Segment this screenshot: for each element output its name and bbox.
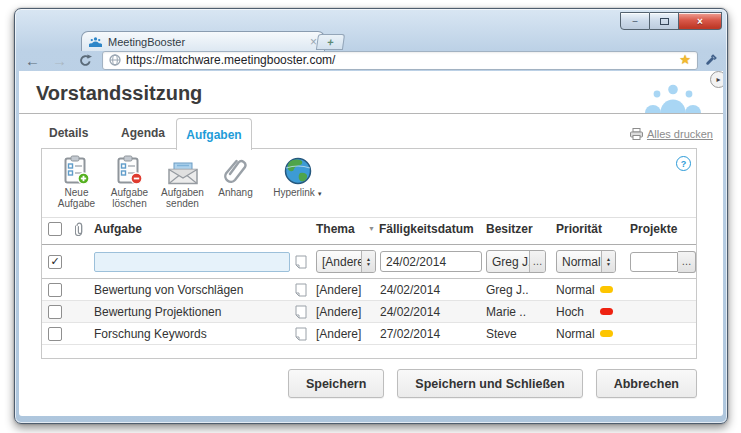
note-icon[interactable] [290,305,312,319]
tasks-toolbar: Neue Aufgabe [42,149,696,218]
table-row[interactable]: Forschung Keywords [Andere] 27/02/2014 S… [42,323,696,345]
back-button[interactable]: ← [19,53,46,68]
owner-ellipsis-icon[interactable]: … [529,251,545,272]
delete-task-label: Aufgabe löschen [103,187,156,209]
task-cell: Bewertung Projektionen [90,305,290,319]
globe-icon [109,54,121,66]
due-date-input[interactable]: 24/02/2014 [380,251,482,272]
table-header: Aufgabe Thema ▼ Fälligkeitsdatum Besitze… [42,213,696,245]
header-projekte[interactable]: Projekte [626,222,696,236]
topic-cell: [Andere] [312,283,376,297]
reload-button[interactable] [73,54,98,67]
table-row[interactable]: Bewertung Projektionen [Andere] 24/02/20… [42,301,696,323]
new-task-icon [63,154,90,185]
hyperlink-label: Hyperlink▼ [273,187,323,200]
tab-aufgaben[interactable]: Aufgaben [176,118,252,150]
reload-icon [79,54,92,67]
bookmark-star-icon[interactable]: ★ [679,52,691,67]
maximize-icon [660,18,669,25]
priority-cell: Hoch [556,305,600,319]
maximize-button[interactable] [650,12,679,30]
table-row-edit: ✓ [Andere] ▲▼ [42,245,696,279]
task-cell: Forschung Keywords [90,327,290,341]
header-thema[interactable]: Thema [312,222,376,236]
header-besitzer[interactable]: Besitzer [482,222,552,236]
row-checkbox[interactable] [48,283,62,297]
task-input[interactable] [94,252,290,272]
priority-cell: Normal [556,327,600,341]
browser-toolbar: ← → https://matchware.meetingbooster.com… [19,49,723,71]
priority-select[interactable]: Normal ▲▼ [556,250,616,273]
send-tasks-button[interactable]: Aufgaben senden [156,154,209,209]
printer-icon [630,128,643,140]
new-task-label: Neue Aufgabe [50,187,103,209]
page-corner-button[interactable]: ▸ [710,71,723,88]
hyperlink-dropdown-icon: ▼ [317,191,323,197]
note-icon[interactable] [290,327,312,341]
header-faelligkeitsdatum[interactable]: ▼ Fälligkeitsdatum [376,222,482,236]
note-icon[interactable] [290,255,312,269]
header-divider [19,113,723,114]
header-prioritaet[interactable]: Priorität [552,222,626,236]
priority-pill [600,308,613,315]
url-text: https://matchware.meetingbooster.com/ [126,53,335,67]
table-row[interactable]: Bewertung von Vorschlägen [Andere] 24/02… [42,279,696,301]
row-checkbox[interactable] [48,305,62,319]
browser-tab[interactable]: MeetingBooster × [81,31,325,51]
save-close-button[interactable]: Speichern und Schließen [397,369,582,398]
wrench-icon [704,54,717,67]
window-controls: – × [620,12,722,30]
project-picker-button[interactable]: … [678,251,696,273]
topic-select[interactable]: [Andere] ▲▼ [316,250,376,273]
address-bar[interactable]: https://matchware.meetingbooster.com/ ★ [102,51,698,70]
tab-details[interactable]: Details [49,126,88,140]
help-button[interactable]: ? [676,156,691,171]
priority-pill [600,286,613,293]
sort-icon: ▼ [368,225,375,232]
task-cell: Bewertung von Vorschlägen [90,283,290,297]
page-title: Vorstandssitzung [36,82,202,105]
send-tasks-icon [167,154,199,185]
delete-task-button[interactable]: Aufgabe löschen [103,154,156,209]
footer-buttons: Speichern Speichern und Schließen Abbrec… [288,369,697,398]
owner-cell: Greg J.. [482,283,552,297]
cancel-button[interactable]: Abbrechen [596,369,697,398]
attachment-column-icon [68,222,90,236]
owner-cell: Steve [482,327,552,341]
tab-agenda[interactable]: Agenda [121,126,165,140]
row-checkbox[interactable]: ✓ [48,255,62,269]
project-input[interactable] [630,252,678,272]
close-button[interactable]: × [679,12,722,30]
topic-cell: [Andere] [312,305,376,319]
wrench-button[interactable] [704,54,723,67]
owner-picker[interactable]: Greg J.. … [486,250,546,273]
priority-cell: Normal [556,283,600,297]
spinner-icon[interactable]: ▲▼ [361,251,375,272]
print-all-label: Alles drucken [647,128,713,140]
send-tasks-label: Aufgaben senden [156,187,209,209]
topic-cell: [Andere] [312,327,376,341]
attachment-icon [224,154,248,185]
select-all-checkbox[interactable] [48,222,62,236]
save-button[interactable]: Speichern [288,369,384,398]
note-icon[interactable] [290,283,312,297]
attachment-label: Anhang [218,187,252,198]
favicon-crown-icon [89,36,102,47]
new-task-button[interactable]: Neue Aufgabe [50,154,103,209]
attachment-button[interactable]: Anhang [209,154,262,198]
tasks-panel: Neue Aufgabe [41,148,697,359]
spinner-icon[interactable]: ▲▼ [601,251,615,272]
owner-cell: Marie .. [482,305,552,319]
minimize-button[interactable]: – [620,12,650,30]
due-date-cell: 24/02/2014 [376,305,482,319]
row-checkbox[interactable] [48,327,62,341]
meetingbooster-logo [645,83,701,113]
hyperlink-button[interactable]: Hyperlink▼ [262,154,334,200]
hyperlink-globe-icon [284,154,312,185]
print-all-link[interactable]: Alles drucken [630,128,713,140]
due-date-cell: 27/02/2014 [376,327,482,341]
browser-window: – × MeetingBooster × + ← → [14,8,728,424]
forward-button[interactable]: → [46,53,73,68]
new-tab-button[interactable]: + [316,34,345,50]
header-aufgabe[interactable]: Aufgabe [90,222,290,236]
